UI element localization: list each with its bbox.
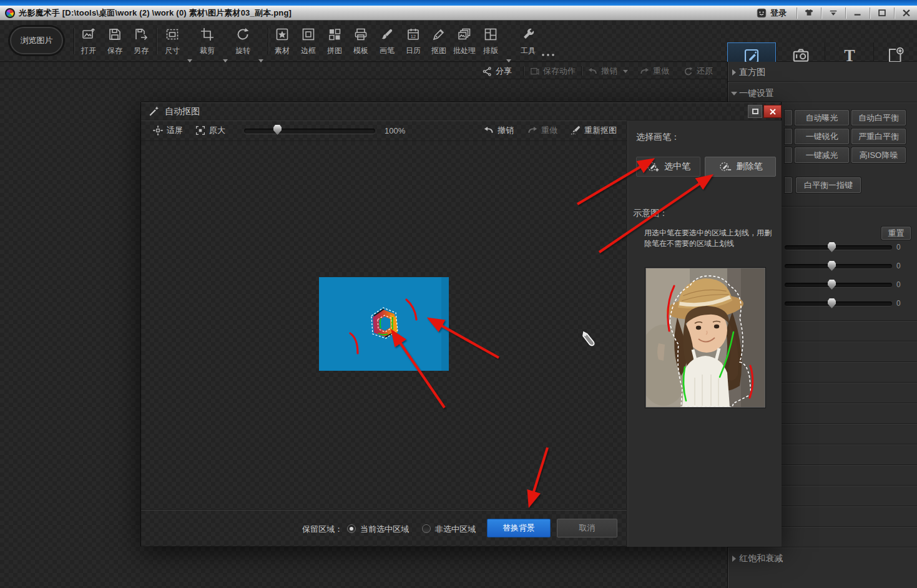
slider-value: 0 — [896, 243, 901, 252]
collapse-toolbar-button[interactable] — [825, 7, 841, 19]
restore-button[interactable]: 还原 — [683, 64, 713, 78]
browse-images-button[interactable]: 浏览图片 — [10, 27, 63, 54]
select-pen-stroke — [393, 317, 393, 330]
original-size-button[interactable]: 原大 — [195, 124, 225, 137]
divider — [728, 81, 917, 82]
maximize-icon — [876, 7, 888, 19]
crop-icon — [200, 27, 215, 42]
radio-unselected-area[interactable] — [422, 524, 431, 533]
toolbar-more-button[interactable] — [541, 49, 556, 61]
hidden-button-stub[interactable] — [785, 177, 792, 193]
toolbar-calendar-button[interactable]: 日历 — [400, 27, 426, 57]
undo-button[interactable]: 撤销 — [587, 64, 628, 78]
window-titlebar[interactable]: 光影魔术手 [D:\tools\桌面\work (2) \work (0) 素材… — [0, 6, 917, 21]
working-image[interactable] — [319, 277, 449, 371]
slider-value: 0 — [896, 262, 901, 270]
high-iso-denoise-button[interactable]: 高ISO降噪 — [851, 147, 906, 163]
toolbar-material-button[interactable]: 素材 — [269, 27, 295, 57]
dialog-close-button[interactable] — [763, 105, 782, 118]
radio-current-selected-area[interactable] — [347, 524, 356, 533]
cutout-pen-icon — [431, 27, 446, 42]
skin-button[interactable] — [801, 7, 817, 19]
resize-icon — [165, 27, 180, 42]
undo-icon — [587, 66, 598, 77]
slider-thumb[interactable] — [828, 261, 836, 271]
dialog-titlebar[interactable]: 自动抠图 — [141, 102, 781, 120]
toolbar-collage-button[interactable]: 拼图 — [321, 27, 348, 57]
severe-white-balance-button[interactable]: 严重白平衡 — [851, 129, 906, 144]
white-balance-one-key-button[interactable]: 白平衡一指键 — [796, 177, 861, 193]
section-onekey-settings[interactable]: 一键设置 — [728, 86, 917, 102]
auto-exposure-button[interactable]: 自动曝光 — [795, 110, 849, 125]
toolbar-size-button[interactable]: 尺寸 — [159, 27, 185, 57]
restore-icon — [683, 66, 694, 77]
brush-panel: 选择画笔： 选中笔 删除笔 示意图： 用选中笔在要选中的区域上划线，用删除笔在不… — [627, 120, 782, 547]
keep-area-label: 保留区域： — [302, 524, 343, 535]
toolbar-saveas-button[interactable]: 另存 — [128, 27, 154, 57]
close-window-button[interactable] — [898, 7, 915, 19]
select-pen-button[interactable]: 选中笔 — [636, 157, 700, 177]
slider-track[interactable] — [785, 283, 892, 287]
minimize-icon — [852, 7, 863, 19]
auto-white-balance-button[interactable]: 自动白平衡 — [851, 110, 906, 125]
toolbar-tools-button[interactable]: 工具 — [515, 27, 541, 57]
collapse-icon — [828, 7, 839, 19]
radio-unselected-label: 非选中区域 — [435, 524, 476, 535]
delete-pen-button[interactable]: 删除笔 — [705, 157, 776, 177]
hidden-button-stub[interactable] — [785, 147, 792, 163]
minimize-button[interactable] — [850, 7, 866, 19]
slider-track[interactable] — [785, 301, 892, 306]
redo-icon — [639, 66, 650, 77]
toolbar-brush-button[interactable]: 画笔 — [374, 27, 400, 57]
layout-icon — [483, 27, 498, 42]
toolbar-template-button[interactable]: 模板 — [348, 27, 374, 57]
browse-images-label: 浏览图片 — [21, 35, 53, 46]
recut-button[interactable]: 重新抠图 — [570, 124, 617, 137]
section-histogram[interactable]: 直方图 — [728, 64, 917, 81]
reset-button[interactable]: 重置 — [881, 227, 911, 240]
window-title: 光影魔术手 [D:\tools\桌面\work (2) \work (0) 素材… — [19, 7, 292, 19]
close-icon — [769, 108, 777, 115]
replace-background-button[interactable]: 替换背景 — [487, 519, 551, 537]
hidden-button-stub[interactable] — [785, 129, 792, 144]
one-key-sharpen-button[interactable]: 一键锐化 — [795, 129, 849, 144]
toolbar-rotate-button[interactable]: 旋转 — [230, 27, 256, 57]
share-button[interactable]: 分享 — [482, 64, 512, 78]
save-icon — [107, 27, 122, 42]
cancel-button[interactable]: 取消 — [557, 519, 617, 537]
dialog-maximize-button[interactable] — [748, 105, 762, 118]
app-logo-icon — [5, 8, 15, 18]
hidden-button-stub[interactable] — [785, 110, 792, 125]
demo-girl-photo — [646, 268, 765, 407]
slider-thumb[interactable] — [828, 280, 836, 290]
dialog-undo-button[interactable]: 撤销 — [483, 124, 514, 137]
toolbar-open-button[interactable]: 打开 — [76, 27, 102, 57]
redo-button[interactable]: 重做 — [639, 64, 669, 78]
toolbar-layout-button[interactable]: 排版 — [478, 27, 504, 57]
fit-screen-button[interactable]: 适屏 — [152, 124, 183, 137]
actionbar-separator — [581, 66, 582, 76]
login-button[interactable]: 登录 — [750, 7, 793, 19]
toolbar-crop-button[interactable]: 裁剪 — [194, 27, 220, 57]
slider-thumb[interactable] — [828, 298, 836, 308]
toolbar-frame-button[interactable]: 边框 — [295, 27, 321, 57]
zoom-slider-track[interactable] — [244, 129, 375, 134]
demo-label: 示意图： — [633, 208, 668, 219]
undo-dropdown-caret[interactable] — [623, 70, 628, 73]
save-action-button[interactable]: 保存动作 — [529, 64, 576, 78]
dialog-redo-button[interactable]: 重做 — [527, 124, 557, 137]
zoom-level: 100% — [385, 126, 405, 135]
slider-value: 0 — [896, 280, 901, 289]
one-key-dim-button[interactable]: 一键减光 — [795, 147, 849, 163]
slider-track[interactable] — [785, 264, 892, 268]
toolbar-save-button[interactable]: 保存 — [102, 27, 128, 57]
toolbar-batch-button[interactable]: 批处理 — [448, 27, 481, 57]
brush-icon — [380, 27, 395, 42]
maximize-button[interactable] — [874, 7, 890, 19]
titlebar-separator — [894, 7, 895, 19]
cutout-canvas[interactable] — [141, 141, 627, 509]
material-icon — [275, 27, 290, 42]
section-red-saturation-decay[interactable]: 红饱和衰减 — [728, 551, 917, 567]
slider-track[interactable] — [785, 245, 892, 250]
slider-thumb[interactable] — [828, 242, 836, 252]
